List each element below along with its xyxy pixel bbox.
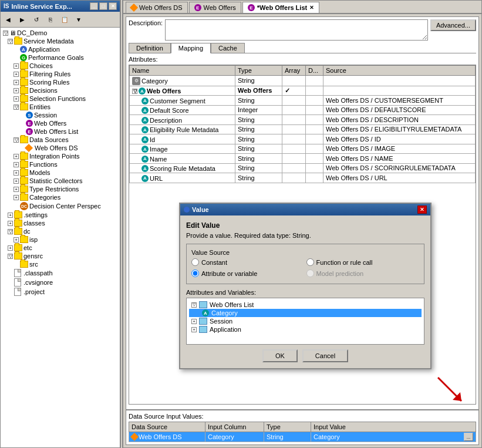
tab-close-icon[interactable]: ✕ <box>309 5 314 11</box>
category-node-label: Category <box>211 309 238 316</box>
tab-cache[interactable]: Cache <box>211 43 245 53</box>
circle-a-icon: A <box>141 146 149 153</box>
folder-icon <box>20 153 28 160</box>
sidebar-item-etc[interactable]: + etc <box>2 244 119 252</box>
sidebar-item-choices[interactable]: + Choices <box>2 62 119 70</box>
sidebar-item-cvsignore[interactable]: .cvsignore <box>2 278 119 287</box>
sidebar-item-settings[interactable]: + .settings <box>2 211 119 219</box>
sidebar-item-gensrc[interactable]: ▽ gensrc <box>2 252 119 260</box>
tab-wol-label: *Web Offers List <box>257 4 307 11</box>
row-name: Scoring Rule Metadata <box>150 165 215 172</box>
expand-icon[interactable]: + <box>191 319 197 324</box>
sidebar-item-classpath[interactable]: .classpath <box>2 268 119 278</box>
tab-definition[interactable]: Definition <box>129 43 171 53</box>
sidebar-item-integration-points[interactable]: + Integration Points <box>2 152 119 160</box>
tree-root[interactable]: ▽ 🖥 DC_Demo <box>2 29 119 37</box>
table-row[interactable]: A Id String Web Offers DS / ID <box>130 134 476 144</box>
sidebar-item-src[interactable]: src <box>2 260 119 268</box>
folder-icon <box>20 186 28 193</box>
function-radio[interactable] <box>306 258 314 266</box>
refresh-button[interactable]: ↺ <box>30 13 43 26</box>
table-row[interactable]: Web Offers DS Category String Category .… <box>129 432 476 442</box>
dialog-close-button[interactable]: ✕ <box>417 206 427 214</box>
row-name: Id <box>150 136 155 143</box>
sidebar-item-categories[interactable]: + Categories <box>2 193 119 201</box>
description-input[interactable] <box>165 19 428 41</box>
sidebar-item-entities[interactable]: ▽ Entities <box>2 103 119 111</box>
folder-blue-icon <box>199 318 207 325</box>
col-type: Type <box>264 422 311 432</box>
sidebar-item-selection-functions[interactable]: + Selection Functions <box>2 95 119 103</box>
circle-a-icon: A <box>141 107 149 114</box>
sidebar-item-decisions[interactable]: + Decisions <box>2 86 119 95</box>
table-row[interactable]: A Customer Segment String Web Offers DS … <box>130 96 476 106</box>
sidebar-item-web-offers[interactable]: E Web Offers <box>2 119 119 127</box>
sidebar-item-project[interactable]: .project <box>2 287 119 297</box>
back-button[interactable]: ◀ <box>2 13 15 26</box>
dialog-tree-node[interactable]: ▽ Web Offers List <box>189 301 422 309</box>
tab-web-offers[interactable]: E Web Offers <box>189 2 241 13</box>
settings-label: .settings <box>23 211 48 218</box>
sidebar-item-statistic-collectors[interactable]: + Statistic Collectors <box>2 177 119 185</box>
input-value-button[interactable]: ... <box>464 433 473 441</box>
table-row[interactable]: A URL String Web Offers DS / URL <box>130 173 476 183</box>
table-row[interactable]: A Scoring Rule Metadata String Web Offer… <box>130 163 476 173</box>
table-row[interactable]: ▽ A Web Offers Web Offers ✓ <box>130 86 476 96</box>
tab-mapping[interactable]: Mapping <box>171 43 211 53</box>
sidebar-item-filtering-rules[interactable]: + Filtering Rules <box>2 70 119 78</box>
col-d: D... <box>306 66 323 76</box>
sidebar-item-performance-goals[interactable]: G Performance Goals <box>2 53 119 62</box>
ok-button[interactable]: OK <box>262 349 298 362</box>
sidebar-item-application[interactable]: A Application <box>2 45 119 53</box>
dialog-tree-node-session[interactable]: + Session <box>189 317 422 325</box>
maximize-button[interactable]: □ <box>99 2 107 10</box>
paste-button[interactable]: 📋 <box>58 13 71 26</box>
root-expand[interactable]: ▽ <box>3 31 8 36</box>
minimize-button[interactable]: _ <box>90 2 98 10</box>
folder-icon <box>20 194 28 201</box>
sidebar-item-decision-center[interactable]: DC Decision Center Perspec <box>2 201 119 211</box>
tab-web-offers-list[interactable]: E *Web Offers List ✕ <box>242 2 319 13</box>
sidebar-item-web-offers-list[interactable]: E Web Offers List <box>2 127 119 136</box>
cancel-button[interactable]: Cancel <box>302 349 348 362</box>
expand-icon[interactable]: ▽ <box>132 89 137 94</box>
circle-a-icon: A <box>141 165 149 172</box>
forward-button[interactable]: ▶ <box>16 13 29 26</box>
attr-variable-radio[interactable] <box>191 270 199 277</box>
sm-expand[interactable]: ▽ <box>8 39 13 44</box>
sidebar-item-session[interactable]: S Session <box>2 111 119 119</box>
sidebar-item-dc[interactable]: ▽ dc <box>2 227 119 235</box>
attr-data-table: Name Type Array D... Source ⚙ <box>129 65 476 183</box>
sidebar-item-web-offers-ds[interactable]: Web Offers DS <box>2 144 119 152</box>
sidebar-item-service-metadata[interactable]: ▽ Service Metadata <box>2 37 119 45</box>
cat-label: Categories <box>29 194 60 201</box>
table-row[interactable]: A Default Score Integer Web Offers DS / … <box>130 105 476 115</box>
sidebar-item-models[interactable]: + Models <box>2 169 119 177</box>
sidebar-item-type-restrictions[interactable]: + Type Restrictions <box>2 185 119 193</box>
folder-icon <box>20 62 28 69</box>
table-row[interactable]: A Eligibility Rule Metadata String Web O… <box>130 124 476 134</box>
advanced-button[interactable]: Advanced... <box>430 19 476 31</box>
dialog-icon <box>184 207 190 213</box>
app-title: Inline Service Exp... <box>11 3 87 10</box>
sidebar-item-scoring-rules[interactable]: + Scoring Rules <box>2 78 119 86</box>
copy-button[interactable]: ⎘ <box>44 13 57 26</box>
sidebar-item-classes[interactable]: + classes <box>2 219 119 227</box>
table-row[interactable]: A Name String Web Offers DS / NAME <box>130 154 476 164</box>
expand-icon[interactable]: + <box>191 327 197 332</box>
dialog-tree-node-application[interactable]: + Application <box>189 325 422 334</box>
table-row[interactable]: A Image String Web Offers DS / IMAGE <box>130 144 476 154</box>
table-row[interactable]: ⚙ Category String <box>130 76 476 86</box>
tab-web-offers-ds[interactable]: Web Offers DS <box>126 2 188 13</box>
row-array <box>282 96 306 106</box>
sidebar-item-isp[interactable]: + isp <box>2 235 119 244</box>
expand-icon[interactable]: ▽ <box>191 302 197 308</box>
bottom-label: Data Source Input Values: <box>129 413 476 420</box>
table-row[interactable]: A Description String Web Offers DS / DES… <box>130 115 476 125</box>
dialog-tree-node-category[interactable]: A Category <box>189 309 422 317</box>
dropdown-button[interactable]: ▼ <box>72 13 85 26</box>
sidebar-item-functions[interactable]: + Functions <box>2 160 119 169</box>
close-button[interactable]: ✕ <box>109 2 117 10</box>
constant-radio[interactable] <box>191 258 199 266</box>
sidebar-item-data-sources[interactable]: ▽ Data Sources <box>2 136 119 144</box>
